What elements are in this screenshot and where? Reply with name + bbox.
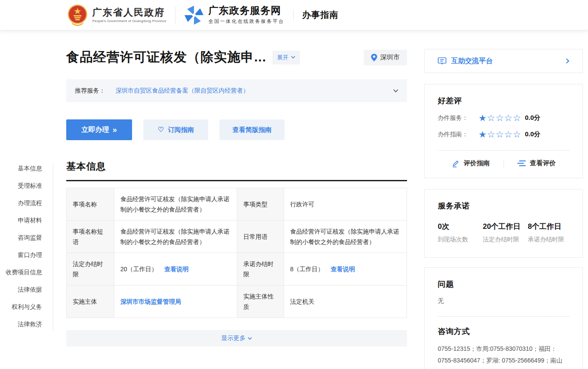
rating-guide-label: 评价指南 — [464, 159, 490, 167]
consult-title: 咨询方式 — [438, 326, 569, 337]
sidebar-item[interactable]: 申请材料 — [0, 216, 42, 225]
list-icon — [517, 160, 526, 167]
row-value: 食品经营许可证核发（除实施申请人承诺制的小餐饮之外的食品经营者） — [284, 221, 407, 253]
subscribe-guide-button[interactable]: ♡ 订阅指南 — [143, 119, 208, 140]
promise-stat: 20个工作日法定办结时限 — [483, 221, 528, 244]
entity-link[interactable]: 深圳市市场监督管理局 — [120, 298, 181, 305]
sidebar-item[interactable]: 法律依据 — [0, 286, 42, 294]
divider — [175, 6, 175, 24]
portal-title: 广东政务服务网 — [208, 5, 284, 16]
main-content: 食品经营许可证核发（除实施申... 展开 深圳市 推荐服务： 深圳市自贸区食品经… — [66, 39, 407, 369]
cell-text: 食品经营许可证核发（除实施申请人承诺制的小餐饮之外的食品经营者） — [120, 196, 229, 213]
chevron-down-icon — [291, 56, 295, 59]
consult-content: 0755-12315；市局:0755-83070310；福田：0755-8345… — [438, 343, 569, 369]
portal-logo: 广东政务服务网 全国一体化在线政务服务平台 — [184, 5, 284, 25]
cell-text: 事项名称 — [73, 201, 97, 208]
cell-text: 日常用语 — [243, 233, 268, 240]
cell-text: 实施主体 — [73, 298, 97, 305]
title-expand-button[interactable]: 展开 — [272, 51, 300, 64]
rating-label: 办件指南： — [438, 131, 478, 138]
sidebar-item[interactable]: 法律救济 — [0, 320, 42, 328]
cell-text: 20（工作日） — [120, 266, 158, 273]
recommend-service-link[interactable]: 深圳市自贸区食品经营备案（限自贸区内经营者） — [116, 87, 249, 95]
row-label: 实施主体性质 — [237, 286, 284, 318]
apply-label: 立即办理 — [81, 125, 109, 135]
stat-value: 8个工作日 — [528, 221, 564, 231]
page: 广东省人民政府 People's Government of Guangdong… — [0, 0, 588, 369]
rating-score: 0.0分 — [525, 130, 540, 138]
pencil-icon — [452, 159, 459, 167]
expand-label: 展开 — [277, 54, 288, 61]
rating-card: 好差评 办件服务：★☆☆☆☆0.0分办件指南：★☆☆☆☆0.0分 评价指南 查看… — [424, 84, 583, 178]
cell-text: 8（工作日） — [290, 266, 324, 273]
city-label: 深圳市 — [380, 53, 400, 61]
view-rating-label: 查看评价 — [530, 159, 556, 167]
sidebar-item[interactable]: 权利与义务 — [0, 303, 42, 311]
stat-label: 承诺办结时限 — [528, 236, 564, 244]
cell-text: 食品经营许可证核发（除实施申请人承诺制的小餐饮之外的食品经营者） — [290, 228, 399, 245]
sidebar-item[interactable]: 办理流程 — [0, 199, 42, 207]
recommend-label: 推荐服务： — [75, 87, 105, 95]
apply-now-button[interactable]: 立即办理 » — [66, 119, 132, 140]
question-consult-card: 问题 无 咨询方式 0755-12315；市局:0755-83070310；福田… — [424, 267, 583, 369]
heart-icon: ♡ — [158, 126, 164, 133]
title-row: 食品经营许可证核发（除实施申... 展开 深圳市 — [66, 48, 407, 66]
row-value: 法定机关 — [284, 286, 407, 318]
rating-guide-button[interactable]: 评价指南 — [438, 159, 504, 167]
simple-guide-button[interactable]: 查看简版指南 — [220, 119, 284, 140]
recommend-expand-button[interactable] — [393, 89, 398, 93]
national-emblem-icon — [67, 4, 88, 26]
divider — [293, 10, 294, 21]
basic-info-section: 基本信息 事项名称食品经营许可证核发（除实施申请人承诺制的小餐饮之外的食品经营者… — [66, 160, 407, 347]
sidebar-item[interactable]: 窗口办理 — [0, 251, 42, 259]
left-anchor-nav: 基本信息受理标准办理流程申请材料咨询监督窗口办理收费项目信息法律依据权利与义务法… — [0, 164, 53, 331]
rating-title: 好差评 — [438, 96, 569, 106]
show-more-button[interactable]: 显示更多 — [66, 330, 407, 347]
view-explanation-link[interactable]: 查看说明 — [331, 266, 355, 273]
sidebar-item[interactable]: 基本信息 — [0, 164, 42, 173]
row-value: 行政许可 — [284, 188, 407, 221]
cell-text: 承诺办结时限 — [243, 260, 274, 278]
row-label: 实施主体 — [67, 286, 114, 318]
gov-subtitle: People's Government of Guangdong Provinc… — [92, 19, 166, 23]
table-row: 法定办结时限20（工作日）查看说明承诺办结时限8（工作日）查看说明 — [67, 253, 407, 286]
service-promise-card: 服务承诺 0次到现场次数20个工作日法定办结时限8个工作日承诺办结时限 — [424, 189, 583, 258]
portal-logo-text: 广东政务服务网 全国一体化在线政务服务平台 — [208, 5, 284, 24]
row-label: 承诺办结时限 — [237, 253, 284, 286]
service-promise-title: 服务承诺 — [438, 201, 569, 211]
chevron-down-icon — [393, 89, 398, 93]
row-label: 事项名称短语 — [67, 221, 114, 253]
rating-row: 办件服务：★☆☆☆☆0.0分 — [438, 113, 569, 122]
row-value: 食品经营许可证核发（除实施申请人承诺制的小餐饮之外的食品经营者） — [114, 221, 237, 253]
table-row: 事项名称食品经营许可证核发（除实施申请人承诺制的小餐饮之外的食品经营者）事项类型… — [67, 188, 407, 221]
row-value: 8（工作日）查看说明 — [284, 253, 407, 286]
view-explanation-link[interactable]: 查看说明 — [165, 266, 189, 273]
row-label: 法定办结时限 — [67, 253, 114, 286]
row-label: 事项类型 — [237, 188, 284, 221]
cell-text: 行政许可 — [290, 201, 314, 208]
question-title: 问题 — [438, 279, 569, 289]
pinwheel-logo-icon — [184, 5, 204, 25]
sidebar-item[interactable]: 收费项目信息 — [0, 268, 42, 276]
sidebar-item[interactable]: 咨询监督 — [0, 234, 42, 242]
promise-stat: 0次到现场次数 — [438, 221, 483, 244]
double-arrow-icon: » — [113, 125, 117, 135]
rating-row: 办件指南：★☆☆☆☆0.0分 — [438, 130, 569, 139]
row-label: 日常用语 — [237, 221, 284, 253]
comment-icon — [438, 57, 446, 65]
sidebar-item[interactable]: 受理标准 — [0, 182, 42, 190]
basic-info-title: 基本信息 — [66, 160, 407, 181]
view-rating-button[interactable]: 查看评价 — [504, 159, 570, 167]
show-more-label: 显示更多 — [221, 334, 246, 342]
rating-label: 办件服务： — [438, 114, 478, 122]
mutual-platform-card[interactable]: 互助交流平台 — [424, 49, 583, 73]
stat-label: 法定办结时限 — [483, 236, 528, 244]
header: 广东省人民政府 People's Government of Guangdong… — [0, 0, 588, 30]
basic-info-table: 事项名称食品经营许可证核发（除实施申请人承诺制的小餐饮之外的食品经营者）事项类型… — [66, 188, 407, 318]
page-title: 食品经营许可证核发（除实施申... — [66, 48, 266, 66]
row-value: 食品经营许可证核发（除实施申请人承诺制的小餐饮之外的食品经营者） — [114, 188, 237, 221]
stat-value: 20个工作日 — [483, 221, 528, 231]
gov-logo-text: 广东省人民政府 People's Government of Guangdong… — [92, 7, 166, 23]
right-panel: 互助交流平台 好差评 办件服务：★☆☆☆☆0.0分办件指南：★☆☆☆☆0.0分 … — [424, 49, 583, 369]
city-selector[interactable]: 深圳市 — [364, 50, 407, 65]
